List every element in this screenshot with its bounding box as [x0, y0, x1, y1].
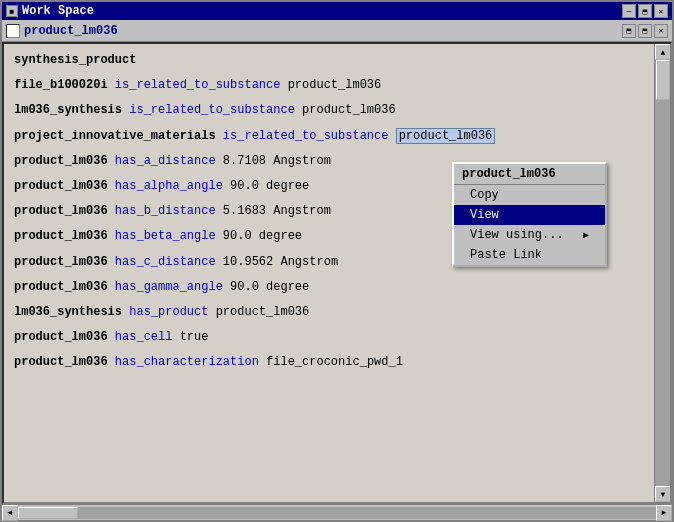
triple-row: file_b100020i is_related_to_substance pr… — [12, 73, 646, 98]
triple-row: product_lm036 has_gamma_angle 90.0 degre… — [12, 275, 646, 300]
submenu-chevron-icon: ▶ — [583, 229, 589, 241]
triple-row: product_lm036 has_characterization file_… — [12, 350, 646, 375]
main-content: synthesis_product file_b100020i is_relat… — [4, 44, 654, 502]
title-bar-left: ■ Work Space — [6, 4, 94, 18]
title-bar-controls: ─ ⬒ ✕ — [622, 4, 668, 18]
scroll-track-v[interactable] — [655, 60, 670, 486]
window-title: Work Space — [22, 4, 94, 18]
workspace-window: ■ Work Space ─ ⬒ ✕ product_lm036 ⬒ ⬒ ✕ s… — [0, 0, 674, 522]
toolbar-btn-2[interactable]: ⬒ — [638, 24, 652, 38]
toolbar-close[interactable]: ✕ — [654, 24, 668, 38]
context-menu-view-using[interactable]: View using... ▶ — [454, 225, 605, 245]
vertical-scrollbar[interactable]: ▲ ▼ — [654, 44, 670, 502]
scroll-down-button[interactable]: ▼ — [655, 486, 671, 502]
scroll-left-button[interactable]: ◄ — [2, 505, 18, 521]
context-menu: product_lm036 Copy View View using... ▶ … — [452, 162, 607, 267]
context-menu-paste-link[interactable]: Paste Link — [454, 245, 605, 265]
title-bar: ■ Work Space ─ ⬒ ✕ — [2, 2, 672, 20]
bottom-bar: ◄ ► — [2, 504, 672, 520]
content-area: synthesis_product file_b100020i is_relat… — [2, 42, 672, 504]
toolbar-title: product_lm036 — [24, 24, 118, 38]
toolbar-btn-1[interactable]: ⬒ — [622, 24, 636, 38]
context-menu-header: product_lm036 — [454, 164, 605, 185]
horizontal-scrollbar[interactable]: ◄ ► — [2, 504, 672, 520]
triple-row: synthesis_product — [12, 48, 646, 73]
scroll-up-button[interactable]: ▲ — [655, 44, 671, 60]
window-icon[interactable]: ■ — [6, 5, 18, 17]
toolbar: product_lm036 ⬒ ⬒ ✕ — [2, 20, 672, 42]
restore-button[interactable]: ⬒ — [638, 4, 652, 18]
scroll-thumb-h[interactable] — [18, 507, 78, 519]
triple-row: lm036_synthesis has_product product_lm03… — [12, 300, 646, 325]
triple-row: lm036_synthesis is_related_to_substance … — [12, 98, 646, 123]
minimize-button[interactable]: ─ — [622, 4, 636, 18]
context-menu-view[interactable]: View — [454, 205, 605, 225]
triple-row: product_lm036 has_cell true — [12, 325, 646, 350]
scroll-track-h[interactable] — [18, 507, 656, 519]
context-menu-copy[interactable]: Copy — [454, 185, 605, 205]
close-button[interactable]: ✕ — [654, 4, 668, 18]
scroll-thumb-v[interactable] — [656, 60, 670, 100]
scroll-right-button[interactable]: ► — [656, 505, 672, 521]
toolbar-checkbox[interactable] — [6, 24, 20, 38]
toolbar-right: ⬒ ⬒ ✕ — [622, 24, 668, 38]
triple-row-highlight: project_innovative_materials is_related_… — [12, 124, 646, 149]
toolbar-left: product_lm036 — [6, 24, 118, 38]
